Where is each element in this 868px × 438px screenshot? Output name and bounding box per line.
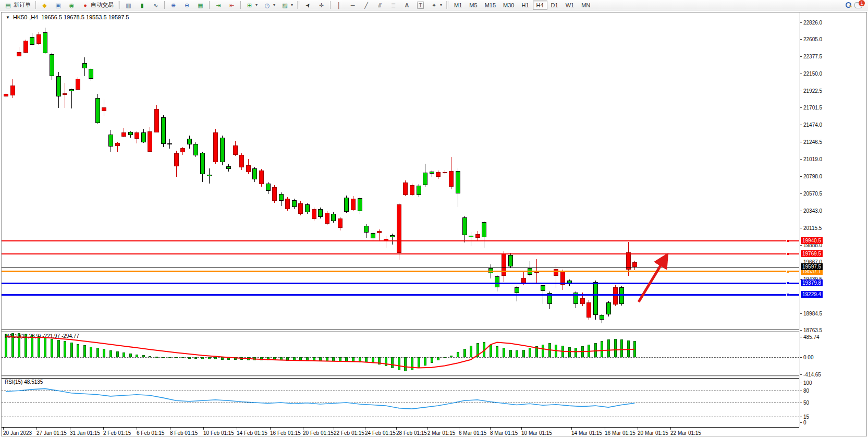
time-axis-label[interactable]: 22 Mar 01:15 [670,430,701,436]
candle-body [541,285,545,291]
macd-histogram-bar [404,357,407,371]
time-axis-label[interactable]: 2 Mar 01:15 [427,430,455,436]
time-axis-label[interactable]: 2 Feb 01:15 [103,430,131,436]
macd-histogram-bar [601,341,603,357]
market-watch-button[interactable] [38,1,51,10]
toolbar-separator [330,1,331,9]
time-axis-label[interactable]: 20 Jan 2023 [3,430,32,436]
price-axis-tick [800,56,802,57]
rsi-axis-tick [800,403,802,403]
time-axis-label[interactable]: 22 Feb 01:15 [334,430,364,436]
price-axis-label: 18763.5 [803,327,822,333]
timeframe-button-h1[interactable]: H1 [518,1,532,10]
time-axis-label[interactable]: 8 Mar 01:15 [490,430,518,436]
candle-body [220,138,225,162]
timeframe-button-m5[interactable]: M5 [466,1,481,10]
current-price-line [2,267,799,267]
timeframe-button-m15[interactable]: M15 [481,1,499,10]
zoom-in-button[interactable] [167,1,180,10]
terminal-button[interactable] [52,1,65,10]
new-order-button[interactable]: 新订单 [2,1,33,10]
macd-histogram-bar [293,357,296,361]
line-handle[interactable] [786,270,789,273]
horizontal-line[interactable] [2,294,799,296]
price-axis-label: 21701.5 [803,105,822,111]
time-axis-label[interactable]: 8 Feb 01:15 [170,430,198,436]
candle-body [606,302,611,314]
time-axis-label[interactable]: 31 Jan 01:15 [70,430,100,436]
auto-scroll-button[interactable] [212,1,225,10]
line-handle[interactable] [786,252,789,256]
timeframe-button-w1[interactable]: W1 [562,1,578,10]
macd-histogram-bar [568,347,571,357]
time-axis-label[interactable]: 10 Feb 01:15 [203,430,234,436]
price-axis-label: 20343.0 [803,208,822,214]
pane-splitter[interactable] [2,330,799,332]
line-chart-button[interactable] [149,1,162,10]
zoom-out-button[interactable] [180,1,193,10]
time-axis-label[interactable]: 6 Feb 01:15 [137,430,164,436]
time-axis-label[interactable]: 20 Feb 01:15 [303,430,334,436]
chat-icon[interactable]: 1 [854,2,862,8]
periods-button[interactable]: ▾ [261,1,278,10]
toolbar-grip [118,1,120,9]
templates-button[interactable]: ▾ [278,1,296,10]
equidistant-channel-button[interactable] [373,1,386,10]
trendline-button[interactable] [360,1,373,10]
time-axis-label[interactable]: 20 Mar 01:15 [638,430,668,436]
line-handle[interactable] [786,282,789,285]
time-axis-label[interactable]: 27 Jan 01:15 [36,430,67,436]
vertical-line-button[interactable] [333,1,346,10]
auto-trading-button[interactable]: 自动交易 [79,1,116,10]
horizontal-line[interactable] [2,271,799,272]
candle-body [325,213,329,223]
text-button[interactable] [400,1,413,10]
candlestick-chart-button[interactable] [136,1,149,10]
horizontal-line-button[interactable] [346,1,359,10]
time-axis-tick [170,428,170,430]
rsi-axis-tick [800,391,802,391]
candle-body [23,41,28,53]
cursor-button[interactable] [301,1,314,10]
fibonacci-button[interactable] [387,1,400,10]
timeframe-button-h4[interactable]: H4 [533,1,547,10]
timeframe-button-m1[interactable]: M1 [450,1,466,10]
time-axis-label[interactable]: 16 Mar 01:15 [605,430,635,436]
horizontal-line[interactable] [2,283,799,284]
search-icon[interactable] [846,2,851,8]
crosshair-button[interactable] [315,1,328,10]
macd-histogram-bar [385,357,387,366]
candle-body [423,173,427,185]
macd-histogram-bar [227,357,230,360]
time-axis-label[interactable]: 16 Feb 01:15 [270,430,301,436]
macd-histogram-bar [51,339,53,357]
chart-shift-button[interactable] [225,1,238,10]
candle-body [586,302,591,318]
pane-splitter[interactable] [2,375,799,379]
signals-button[interactable] [65,1,78,10]
timeframe-button-mn[interactable]: MN [578,1,594,10]
candle-body [30,37,34,45]
time-axis-label[interactable]: 28 Feb 01:15 [396,430,427,436]
time-axis-label[interactable]: 24 Feb 01:15 [365,430,396,436]
price-axis-tick [800,313,802,314]
horizontal-line[interactable] [2,253,799,254]
time-axis-label[interactable]: 14 Mar 01:15 [571,430,602,436]
arrows-button[interactable]: ▾ [427,1,445,10]
text-label-button[interactable] [414,1,427,10]
time-axis-label[interactable]: 14 Feb 01:15 [237,430,267,436]
bar-chart-button[interactable] [122,1,135,10]
candle-body [285,199,290,209]
collapse-chart-icon[interactable]: ▼ [6,15,10,20]
macd-histogram-bar [476,343,479,357]
horizontal-line[interactable] [2,240,799,241]
line-handle[interactable] [786,239,789,242]
tile-windows-button[interactable] [194,1,207,10]
time-axis-label[interactable]: 10 Mar 01:15 [521,430,552,436]
timeframe-button-m30[interactable]: M30 [499,1,518,10]
indicators-button[interactable]: ▾ [243,1,260,10]
time-axis-label[interactable]: 6 Mar 01:15 [459,430,486,436]
timeframe-button-d1[interactable]: D1 [547,1,562,10]
line-handle[interactable] [786,293,789,296]
price-axis-tick [800,330,802,331]
